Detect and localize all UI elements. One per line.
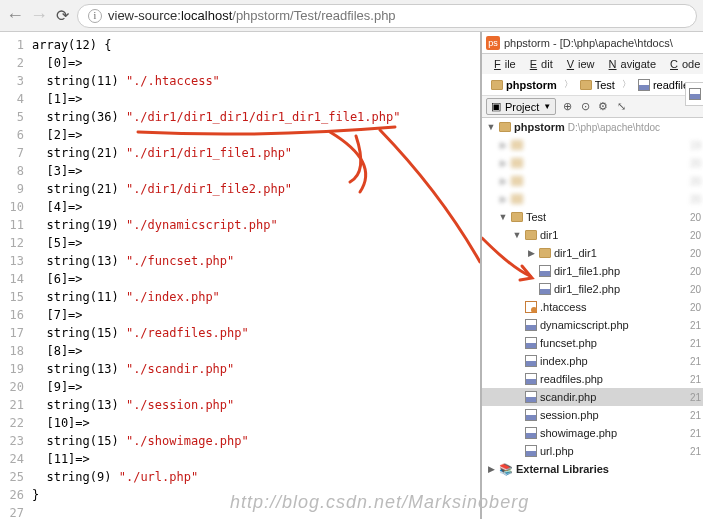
- row-number: 21: [690, 392, 701, 403]
- tree-item-index-php[interactable]: index.php21: [482, 352, 703, 370]
- tree-label: Test: [526, 211, 546, 223]
- folder-icon: [580, 80, 592, 90]
- htaccess-icon: [525, 301, 537, 313]
- reload-button[interactable]: ⟳: [56, 6, 69, 25]
- tree-item-showimage-php[interactable]: showimage.php21: [482, 424, 703, 442]
- tree-label: readfiles.php: [540, 373, 603, 385]
- breadcrumb-root[interactable]: phpstorm: [486, 77, 562, 93]
- tree-item-dir1_file1-php[interactable]: dir1_file1.php20: [482, 262, 703, 280]
- menu-file[interactable]: File: [486, 56, 520, 72]
- source-code[interactable]: array(12) { [0]=> string(11) "./.htacces…: [32, 36, 400, 519]
- row-number: 21: [690, 356, 701, 367]
- site-info-icon[interactable]: i: [88, 9, 102, 23]
- tree-item-blank[interactable]: 20: [482, 190, 703, 208]
- folder-icon: [511, 140, 523, 150]
- editor-file-tab[interactable]: [685, 82, 703, 106]
- phpstorm-icon: ps: [486, 36, 500, 50]
- project-toolbar: ▣ Project ▼ ⊕ ⊙ ⚙ ⤡: [482, 96, 703, 118]
- forward-button[interactable]: →: [30, 5, 48, 26]
- tree-arrow-icon[interactable]: [486, 464, 496, 474]
- tree-label: scandir.php: [540, 391, 596, 403]
- folder-icon: [499, 122, 511, 132]
- tree-label: dir1_dir1: [554, 247, 597, 259]
- hide-icon[interactable]: ⤡: [614, 100, 628, 114]
- tree-item-dynamicscript-php[interactable]: dynamicscript.php21: [482, 316, 703, 334]
- tree-item-readfiles-php[interactable]: readfiles.php21: [482, 370, 703, 388]
- tree-arrow-icon[interactable]: [498, 158, 508, 168]
- back-button[interactable]: ←: [6, 5, 24, 26]
- row-number: 19: [690, 140, 701, 151]
- ide-menubar[interactable]: FileEditViewNavigateCode: [482, 54, 703, 74]
- tree-item-scandir-php[interactable]: scandir.php21: [482, 388, 703, 406]
- project-tree[interactable]: phpstorm D:\php\apache\htdoc19202020Test…: [482, 118, 703, 519]
- collapse-icon[interactable]: ⊕: [560, 100, 574, 114]
- tree-arrow-icon[interactable]: [498, 194, 508, 204]
- folder-icon: [511, 158, 523, 168]
- php-file-icon: [539, 283, 551, 295]
- chevron-down-icon: ▼: [543, 102, 551, 111]
- project-icon: ▣: [491, 100, 501, 113]
- tree-arrow-icon[interactable]: [498, 212, 508, 222]
- tree-item-funcset-php[interactable]: funcset.php21: [482, 334, 703, 352]
- tree-label: dynamicscript.php: [540, 319, 629, 331]
- row-number: 21: [690, 320, 701, 331]
- row-number: 21: [690, 446, 701, 457]
- ide-title-text: phpstorm - [D:\php\apache\htdocs\: [504, 37, 673, 49]
- menu-view[interactable]: View: [559, 56, 599, 72]
- source-view: 1234567891011121314151617181920212223242…: [0, 32, 480, 519]
- row-number: 20: [690, 176, 701, 187]
- browser-toolbar: ← → ⟳ i view-source:localhost/phpstorm/T…: [0, 0, 703, 32]
- tree-label: phpstorm: [514, 121, 565, 133]
- tree-item-dir1_dir1[interactable]: dir1_dir120: [482, 244, 703, 262]
- tree-item-blank[interactable]: 19: [482, 136, 703, 154]
- row-number: 20: [690, 248, 701, 259]
- tree-label: dir1: [540, 229, 558, 241]
- ide-window: ps phpstorm - [D:\php\apache\htdocs\ Fil…: [480, 32, 703, 519]
- tree-label: url.php: [540, 445, 574, 457]
- folder-icon: [511, 176, 523, 186]
- row-number: 20: [690, 302, 701, 313]
- breadcrumb-folder[interactable]: Test: [575, 77, 620, 93]
- tree-item-blank[interactable]: 20: [482, 172, 703, 190]
- tree-item-url-php[interactable]: url.php21: [482, 442, 703, 460]
- menu-edit[interactable]: Edit: [522, 56, 557, 72]
- tree-arrow-icon[interactable]: [526, 248, 536, 258]
- url-bar[interactable]: i view-source:localhost/phpstorm/Test/re…: [77, 4, 697, 28]
- project-dropdown[interactable]: ▣ Project ▼: [486, 98, 556, 115]
- folder-icon: [511, 212, 523, 222]
- tree-label: session.php: [540, 409, 599, 421]
- tree-item--htaccess[interactable]: .htaccess20: [482, 298, 703, 316]
- row-number: 20: [690, 284, 701, 295]
- menu-code[interactable]: Code: [662, 56, 703, 72]
- tree-item-External-Libraries[interactable]: 📚External Libraries: [482, 460, 703, 478]
- php-file-icon: [525, 445, 537, 457]
- php-file-icon: [525, 373, 537, 385]
- tree-item-blank[interactable]: 20: [482, 154, 703, 172]
- tree-arrow-icon[interactable]: [498, 176, 508, 186]
- row-number: 21: [690, 428, 701, 439]
- tree-arrow-icon[interactable]: [486, 122, 496, 132]
- tree-item-session-php[interactable]: session.php21: [482, 406, 703, 424]
- tree-label: .htaccess: [540, 301, 586, 313]
- settings-icon[interactable]: ⚙: [596, 100, 610, 114]
- ide-breadcrumb[interactable]: phpstorm 〉 Test 〉 readfiles: [482, 74, 703, 96]
- tree-label: dir1_file1.php: [554, 265, 620, 277]
- ide-titlebar[interactable]: ps phpstorm - [D:\php\apache\htdocs\: [482, 32, 703, 54]
- php-file-icon: [638, 79, 650, 91]
- tree-label: External Libraries: [516, 463, 609, 475]
- target-icon[interactable]: ⊙: [578, 100, 592, 114]
- php-file-icon: [525, 409, 537, 421]
- tree-arrow-icon[interactable]: [512, 230, 522, 240]
- menu-navigate[interactable]: Navigate: [601, 56, 660, 72]
- row-number: 20: [690, 230, 701, 241]
- row-number: 21: [690, 374, 701, 385]
- php-file-icon: [525, 391, 537, 403]
- folder-icon: [525, 230, 537, 240]
- url-text: view-source:localhost/phpstorm/Test/read…: [108, 8, 396, 23]
- tree-item-dir1_file2-php[interactable]: dir1_file2.php20: [482, 280, 703, 298]
- tree-item-dir1[interactable]: dir120: [482, 226, 703, 244]
- tree-item-phpstorm[interactable]: phpstorm D:\php\apache\htdoc: [482, 118, 703, 136]
- tree-item-Test[interactable]: Test20: [482, 208, 703, 226]
- row-number: 21: [690, 410, 701, 421]
- tree-arrow-icon[interactable]: [498, 140, 508, 150]
